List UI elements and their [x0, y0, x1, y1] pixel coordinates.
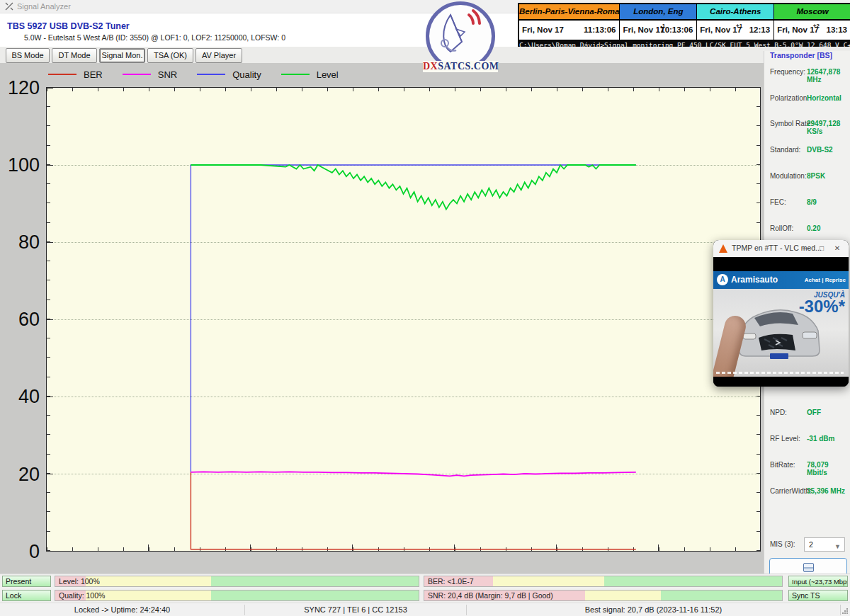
clock-moscow: Moscow Fri, Nov 17+213:13 — [774, 4, 850, 40]
clock-time: 10:13:06 — [660, 25, 693, 34]
row-carrier-width: CarrierWidth:35,396 MHz — [764, 487, 850, 497]
clock-cairo: Cairo-Athens Fri, Nov 17+112:13 — [697, 4, 774, 40]
row-rf-level: RF Level:-31 dBm — [764, 435, 850, 445]
ber-bar: BER: <1.0E-7 — [424, 576, 783, 587]
statusbar-best-signal: Best signal: 20,7 dB (2023-11-16 11:52) — [467, 605, 840, 614]
clock-date: Fri, Nov 17 — [623, 25, 664, 34]
clock-time: 13:13 — [827, 25, 847, 34]
maximize-button[interactable]: □ — [816, 243, 827, 254]
ber-line-swatch — [48, 74, 76, 75]
row-standard: Standard:DVB-S2 — [764, 146, 850, 156]
row-fec: FEC:8/9 — [764, 198, 850, 208]
clock-london: London, Eng Fri, Nov 17-110:13:06 — [620, 4, 697, 40]
row-rolloff: RollOff:0.20 — [764, 224, 850, 234]
y-tick-60: 60 — [0, 309, 40, 331]
tab-av-player[interactable]: AV Player — [196, 48, 242, 63]
advert-header-bar: A Aramisauto Achat | Reprise — [713, 271, 849, 289]
legend-item-level: Level — [281, 69, 339, 80]
advert-links: Achat | Reprise — [805, 277, 846, 283]
row-modulation: Modulation:8PSK — [764, 172, 850, 182]
clock-city-label: Berlin-Paris-Vienna-Roma — [519, 4, 619, 21]
world-clocks: Berlin-Paris-Vienna-Roma Fri, Nov 1711:1… — [518, 3, 850, 42]
clock-time: 11:13:06 — [584, 25, 616, 34]
vlc-cone-icon — [719, 244, 727, 253]
ber-bar-label: BER: <1.0E-7 — [428, 577, 474, 586]
car-advert-frame: A Aramisauto Achat | Reprise JUSQU'À -30… — [713, 271, 849, 377]
row-polarization: Polarization:Horizontal — [764, 94, 850, 104]
legend-item-quality: Quality — [197, 69, 261, 80]
advert-legal-line — [716, 372, 844, 374]
row-mis: MIS (3): 2▼ — [764, 537, 850, 553]
y-tick-20: 20 — [0, 464, 40, 486]
y-tick-40: 40 — [0, 386, 40, 408]
tab-tsa[interactable]: TSA (OK) — [147, 48, 193, 63]
device-icon — [803, 563, 814, 572]
quality-line-swatch — [197, 74, 225, 75]
input-indicator: Input (~23,73 Mbps) — [788, 576, 848, 587]
snr-line-swatch — [123, 74, 151, 75]
row-npd: NPD:OFF — [764, 409, 850, 418]
window-title: Signal Analyzer — [17, 2, 71, 11]
aramisauto-logo-icon: A — [717, 274, 728, 285]
legend-item-snr: SNR — [123, 69, 177, 80]
statusbar: Locked -> Uptime: 24:24:40 SYNC 727 | TE… — [0, 603, 850, 616]
clock-city-label: Cairo-Athens — [697, 4, 774, 21]
sync-ts-indicator: Sync TS — [788, 590, 848, 601]
level-line-swatch — [281, 74, 310, 75]
clock-city-label: Moscow — [774, 4, 850, 21]
y-tick-100: 100 — [0, 154, 40, 176]
mis-select[interactable]: 2▼ — [804, 537, 845, 552]
tab-dt-mode[interactable]: DT Mode — [52, 48, 97, 63]
snr-bar: SNR: 20,4 dB (Margin: 9,7 dB | Good) — [424, 590, 783, 601]
clock-berlin: Berlin-Paris-Vienna-Roma Fri, Nov 1711:1… — [519, 4, 620, 40]
legend-item-ber: BER — [48, 69, 103, 80]
vlc-window: TPMP en #TT - VLC med... — □ ✕ A Aramisa… — [713, 240, 849, 387]
chevron-down-icon: ▼ — [834, 540, 841, 553]
chart-legend: BER SNR Quality Level — [48, 67, 339, 81]
vlc-video-area[interactable]: A Aramisauto Achat | Reprise JUSQU'À -30… — [713, 257, 849, 387]
clock-time: 12:13 — [749, 25, 770, 34]
y-tick-0: 0 — [0, 541, 40, 563]
minimize-button[interactable]: — — [800, 243, 812, 254]
vlc-titlebar[interactable]: TPMP en #TT - VLC med... — □ ✕ — [713, 240, 849, 257]
statusbar-sync: SYNC 727 | TEI 6 | CC 12153 — [245, 605, 466, 614]
plot-area — [46, 87, 761, 552]
quality-bar: Quality: 100% — [55, 590, 419, 601]
y-tick-120: 120 — [0, 77, 40, 99]
row-bitrate: BitRate:78,079 Mbit/s — [764, 461, 850, 471]
clock-utc-offset: +2 — [813, 23, 820, 29]
snr-bar-label: SNR: 20,4 dB (Margin: 9,7 dB | Good) — [428, 591, 553, 600]
y-tick-80: 80 — [0, 232, 40, 253]
logo-text: DXSATCS.COM — [423, 61, 498, 72]
signal-analyzer-app-icon — [4, 1, 14, 11]
signal-status-rows: Present Level: 100% BER: <1.0E-7 Input (… — [0, 574, 850, 603]
tuner-subtitle: 5.0W - Eutelsat 5 West A/B (ID: 3550) @ … — [24, 33, 285, 42]
resize-grip[interactable] — [842, 608, 849, 615]
lock-indicator: Lock — [2, 590, 51, 601]
dxsatcs-logo: DXSATCS.COM — [423, 1, 498, 75]
row-frequency: Frequency:12647,878 MHz — [764, 68, 850, 78]
transponder-panel-title: Transponder [BS] — [770, 51, 850, 61]
clock-date: Fri, Nov 17 — [522, 25, 564, 34]
statusbar-divider — [840, 605, 841, 615]
statusbar-locked: Locked -> Uptime: 24:24:40 — [0, 605, 244, 614]
tab-signal-mon[interactable]: Signal Mon. — [99, 48, 145, 63]
quality-bar-label: Quality: 100% — [59, 591, 105, 600]
satellite-dish-icon — [429, 5, 484, 60]
signal-monitor-chart: BER SNR Quality Level 120 100 80 60 40 2… — [0, 63, 764, 574]
close-button[interactable]: ✕ — [832, 243, 843, 254]
promo-text: JUSQU'À -30%* — [799, 291, 845, 314]
clock-city-label: London, Eng — [620, 4, 696, 21]
signal-traces — [47, 88, 760, 551]
advert-brand: Aramisauto — [731, 275, 778, 285]
clock-utc-offset: +1 — [736, 23, 742, 29]
level-bar-label: Level: 100% — [59, 577, 100, 586]
level-bar: Level: 100% — [55, 576, 419, 587]
tab-bs-mode[interactable]: BS Mode — [6, 48, 50, 63]
row-symbol-rate: Symbol Rate:29497,128 KS/s — [764, 120, 850, 130]
present-indicator: Present — [2, 576, 51, 587]
tuner-title: TBS 5927 USB DVB-S2 Tuner — [7, 21, 130, 31]
